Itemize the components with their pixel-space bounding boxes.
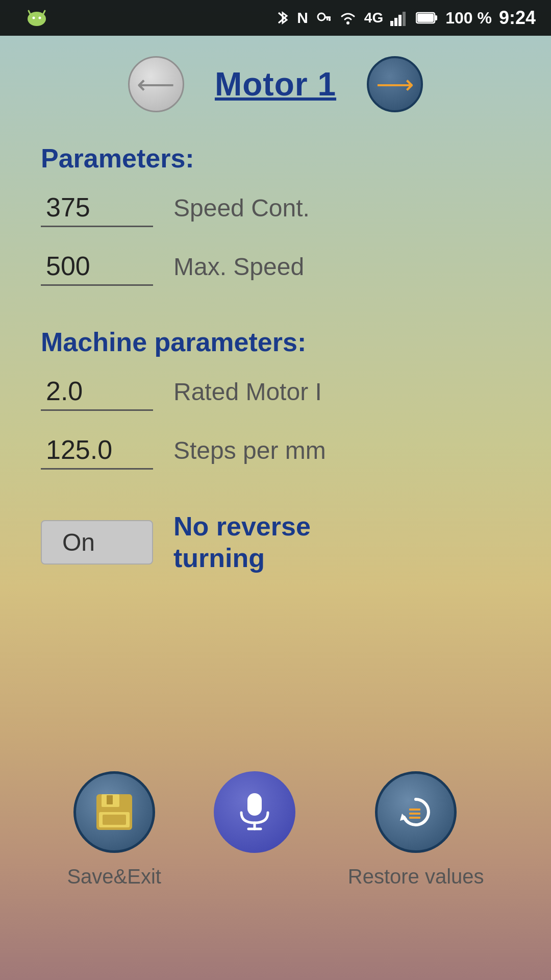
svg-rect-28	[409, 813, 420, 815]
parameters-section-title: Parameters:	[41, 143, 510, 174]
machine-section-title: Machine parameters:	[41, 327, 510, 357]
network-label: 4G	[364, 10, 383, 26]
svg-rect-17	[417, 14, 434, 22]
svg-rect-27	[409, 808, 420, 811]
speed-cont-input[interactable]	[41, 189, 153, 227]
restore-label: Restore values	[348, 865, 484, 888]
steps-per-mm-row: Steps per mm	[41, 431, 510, 470]
back-arrow-icon: ⟵	[137, 69, 175, 100]
svg-rect-11	[390, 21, 393, 26]
status-bar: N 4G 100 % 9:24	[0, 0, 551, 36]
steps-per-mm-input[interactable]	[41, 431, 153, 470]
save-exit-button[interactable]	[73, 771, 155, 853]
max-speed-row: Max. Speed	[41, 248, 510, 286]
svg-rect-23	[247, 793, 262, 816]
svg-rect-12	[394, 18, 397, 26]
microphone-icon	[234, 789, 275, 835]
rated-motor-row: Rated Motor I	[41, 373, 510, 411]
svg-rect-1	[30, 15, 44, 23]
rated-motor-label: Rated Motor I	[173, 378, 322, 406]
clock: 9:24	[499, 7, 536, 29]
nav-header: ⟵ Motor 1 ⟶	[0, 36, 551, 133]
speed-cont-row: Speed Cont.	[41, 189, 510, 227]
svg-rect-16	[435, 15, 437, 20]
max-speed-input[interactable]	[41, 248, 153, 286]
svg-point-3	[39, 17, 41, 19]
max-speed-label: Max. Speed	[173, 253, 304, 281]
restore-icon	[393, 789, 439, 835]
restore-item: Restore values	[348, 771, 484, 888]
page-title: Motor 1	[215, 65, 336, 103]
svg-rect-9	[327, 18, 328, 20]
mic-item	[214, 771, 295, 853]
bottom-toolbar: Save&Exit Restore valu	[0, 771, 551, 888]
svg-point-10	[346, 21, 349, 24]
no-reverse-toggle[interactable]: On	[41, 520, 153, 565]
svg-point-6	[318, 13, 325, 20]
svg-rect-8	[329, 18, 331, 21]
android-logo	[26, 6, 48, 30]
svg-line-4	[29, 11, 31, 15]
content-area: Parameters: Speed Cont. Max. Speed Machi…	[0, 133, 551, 605]
svg-rect-22	[103, 815, 126, 825]
forward-arrow-icon: ⟶	[376, 69, 414, 100]
status-icons: N 4G 100 % 9:24	[276, 7, 536, 29]
restore-button[interactable]	[375, 771, 457, 853]
svg-rect-29	[409, 817, 420, 819]
battery-label: 100 %	[445, 9, 492, 28]
back-button[interactable]: ⟵	[128, 56, 184, 112]
save-exit-item: Save&Exit	[67, 771, 161, 888]
forward-button[interactable]: ⟶	[367, 56, 423, 112]
toggle-row: On No reverseturning	[41, 510, 510, 574]
save-icon	[91, 789, 137, 835]
rated-motor-input[interactable]	[41, 373, 153, 411]
svg-rect-14	[403, 12, 406, 26]
n-icon: N	[297, 9, 308, 27]
mic-button[interactable]	[214, 771, 295, 853]
speed-cont-label: Speed Cont.	[173, 194, 310, 222]
save-exit-label: Save&Exit	[67, 865, 161, 888]
svg-line-5	[43, 11, 45, 15]
svg-rect-7	[324, 16, 331, 18]
steps-per-mm-label: Steps per mm	[173, 436, 326, 464]
no-reverse-label: No reverseturning	[173, 510, 311, 574]
svg-point-2	[33, 17, 35, 19]
svg-rect-13	[398, 15, 402, 26]
svg-rect-20	[107, 795, 113, 804]
